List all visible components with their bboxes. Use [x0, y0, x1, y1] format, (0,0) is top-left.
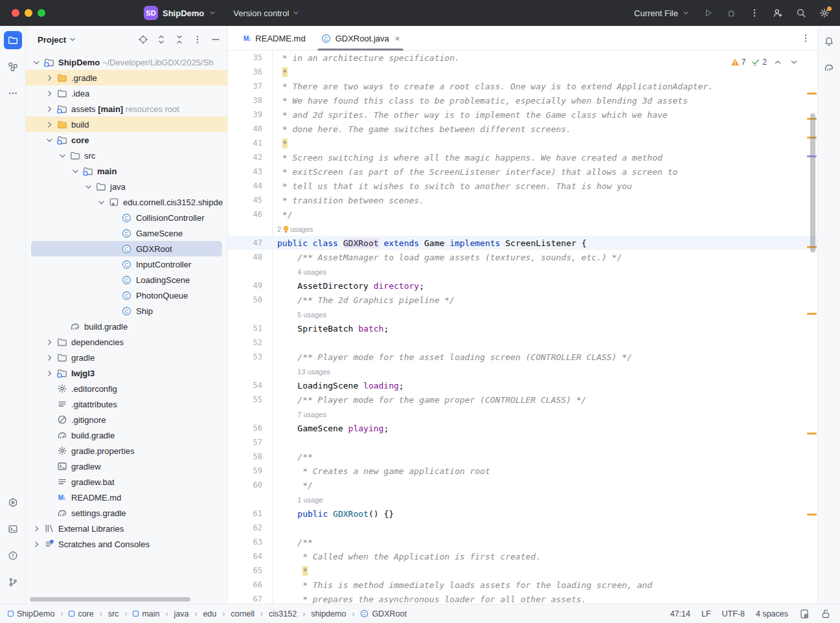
- tree-item-core[interactable]: core: [26, 132, 227, 148]
- notifications-button[interactable]: [820, 32, 838, 51]
- caret-position[interactable]: 47:14: [670, 609, 690, 618]
- warning-stripe-mark[interactable]: [807, 433, 817, 435]
- intention-bulb-icon[interactable]: [282, 225, 289, 233]
- tree-item-gdxroot[interactable]: CGDXRoot: [26, 241, 227, 256]
- code-editor[interactable]: 35 * in an architecture specification.36…: [228, 51, 817, 604]
- tree-item-ship[interactable]: CShip: [26, 303, 227, 319]
- line-number[interactable]: 54: [228, 381, 272, 390]
- file-encoding[interactable]: UTF-8: [722, 609, 745, 618]
- line-number[interactable]: 66: [228, 580, 272, 589]
- run-configuration-selector[interactable]: Current File: [634, 8, 690, 18]
- code-line-52[interactable]: 52: [228, 335, 817, 350]
- inspections-widget[interactable]: 7 2: [728, 56, 802, 69]
- tree-item-gitattributes[interactable]: .gitattributes: [26, 396, 227, 412]
- project-horizontal-scrollbar[interactable]: [30, 597, 190, 602]
- tree-item-build-gradle[interactable]: build.gradle: [26, 427, 227, 443]
- code-line-44[interactable]: 44 * tell us that it wishes to switch to…: [228, 179, 817, 193]
- code-line-43[interactable]: 43 * exitScreen (as part of the ScreenLi…: [228, 164, 817, 179]
- code-line-58[interactable]: 58 /**: [228, 449, 817, 464]
- usages-inlay-row[interactable]: 2usages: [228, 221, 817, 236]
- line-number[interactable]: 35: [228, 53, 272, 62]
- line-number[interactable]: 42: [228, 153, 272, 162]
- line-number[interactable]: 57: [228, 438, 272, 447]
- indent-style[interactable]: 4 spaces: [756, 609, 788, 618]
- chevron-down-icon[interactable]: [96, 198, 107, 207]
- code-line-66[interactable]: 66 * This is method immediately loads as…: [228, 578, 817, 592]
- code-line-51[interactable]: 51 SpriteBatch batch;: [228, 321, 817, 335]
- warning-stripe-mark[interactable]: [807, 514, 817, 515]
- line-number[interactable]: 46: [228, 210, 272, 219]
- code-line-49[interactable]: 49 AssetDirectory directory;: [228, 278, 817, 293]
- code-line-53[interactable]: 53 /** Player mode for the asset loading…: [228, 350, 817, 364]
- problems-tool-button[interactable]: [4, 547, 22, 565]
- tree-item-build-gradle[interactable]: build.gradle: [26, 319, 227, 334]
- code-line-56[interactable]: 56 GameScene playing;: [228, 421, 817, 435]
- line-number[interactable]: 38: [228, 96, 272, 105]
- line-number[interactable]: 51: [228, 324, 272, 333]
- chevron-down-icon[interactable]: [57, 152, 68, 160]
- usages-inlay-row[interactable]: 4 usages: [228, 264, 817, 278]
- chevron-right-icon[interactable]: [44, 120, 55, 129]
- code-line-47[interactable]: 47public class GDXRoot extends Game impl…: [228, 236, 817, 250]
- chevron-right-icon[interactable]: [44, 354, 55, 362]
- panel-options-button[interactable]: [192, 34, 203, 45]
- line-separator[interactable]: LF: [701, 609, 711, 618]
- line-number[interactable]: 36: [228, 67, 272, 76]
- chevron-down-icon[interactable]: [31, 58, 42, 67]
- line-number[interactable]: 52: [228, 338, 272, 347]
- version-control-tool-button[interactable]: [4, 573, 22, 591]
- breadcrumb-item-java[interactable]: java: [174, 609, 188, 618]
- line-number[interactable]: 65: [228, 566, 272, 575]
- code-line-64[interactable]: 64 * Called when the Application is firs…: [228, 549, 817, 563]
- code-line-67[interactable]: 67 * prepares the asynchronous loader fo…: [228, 592, 817, 604]
- search-everywhere-button[interactable]: [796, 8, 806, 18]
- breadcrumb-item-shipdemo[interactable]: ShipDemo: [8, 609, 54, 618]
- tree-item-idea[interactable]: .idea: [26, 85, 227, 101]
- breadcrumb-item-shipdemo[interactable]: shipdemo: [311, 609, 346, 618]
- tree-item-photonqueue[interactable]: CPhotonQueue: [26, 288, 227, 303]
- code-line-54[interactable]: 54 LoadingScene loading;: [228, 378, 817, 392]
- tree-item-gradle[interactable]: gradle: [26, 350, 227, 365]
- debug-button[interactable]: [726, 8, 736, 18]
- line-number[interactable]: 58: [228, 452, 272, 461]
- line-number[interactable]: 50: [228, 295, 272, 304]
- tree-item-gitignore[interactable]: .gitignore: [26, 412, 227, 427]
- structure-tool-button[interactable]: [4, 58, 22, 76]
- tab-readme-md[interactable]: M↓README.md: [236, 26, 313, 51]
- tree-item-lwjgl3[interactable]: lwjgl3: [26, 365, 227, 381]
- next-problem-button[interactable]: [789, 57, 799, 67]
- code-line-57[interactable]: 57: [228, 435, 817, 449]
- breadcrumb-item-cis3152[interactable]: cis3152: [269, 609, 297, 618]
- code-line-46[interactable]: 46 */: [228, 207, 817, 221]
- line-number[interactable]: 40: [228, 124, 272, 133]
- chevron-down-icon[interactable]: [83, 183, 94, 191]
- line-number[interactable]: 48: [228, 253, 272, 262]
- code-line-55[interactable]: 55 /** Player mode for the game proper (…: [228, 392, 817, 407]
- breadcrumb-item-cornell[interactable]: cornell: [231, 609, 255, 618]
- line-number[interactable]: 41: [228, 139, 272, 148]
- line-number[interactable]: 64: [228, 552, 272, 561]
- tree-item-inputcontroller[interactable]: CInputController: [26, 256, 227, 272]
- code-line-50[interactable]: 50 /** The 2d Graphics pipeline */: [228, 293, 817, 307]
- usages-inlay-row[interactable]: 1 usage: [228, 492, 817, 506]
- collapse-all-button[interactable]: [174, 34, 185, 45]
- tree-item-main[interactable]: main: [26, 163, 227, 179]
- tree-item-editorconfig[interactable]: .editorconfig: [26, 381, 227, 396]
- tree-item-gradle-properties[interactable]: gradle.properties: [26, 443, 227, 459]
- code-line-62[interactable]: 62: [228, 521, 817, 535]
- tree-item-assets[interactable]: assets [main] resources root: [26, 101, 227, 117]
- tree-item-src[interactable]: src: [26, 148, 227, 163]
- code-line-37[interactable]: 37 * There are two ways to create a root…: [228, 79, 817, 93]
- line-number[interactable]: 56: [228, 424, 272, 433]
- more-tool-windows-button[interactable]: [4, 84, 22, 102]
- line-number[interactable]: 37: [228, 82, 272, 91]
- code-with-me-button[interactable]: [773, 8, 783, 18]
- tree-item-shipdemo[interactable]: ShipDemo ~/Developer/LibGDX/2025/Sh: [26, 54, 227, 70]
- line-number[interactable]: 39: [228, 110, 272, 119]
- tab-gdxroot-java[interactable]: CGDXRoot.java×: [313, 26, 408, 51]
- breadcrumb-item-gdxroot[interactable]: CGDXRoot: [360, 609, 407, 618]
- editor-vertical-scrollbar[interactable]: [810, 113, 815, 253]
- tree-item-build[interactable]: build: [26, 117, 227, 132]
- services-tool-button[interactable]: [4, 493, 22, 512]
- tree-item-readme-md[interactable]: M↓README.md: [26, 490, 227, 505]
